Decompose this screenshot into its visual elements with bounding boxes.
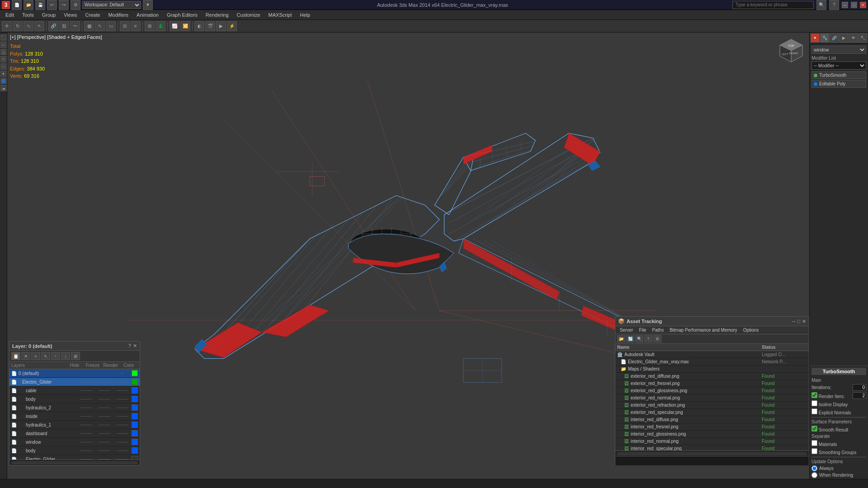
close-button[interactable]: ✕ [860, 2, 866, 8]
menu-graph-editors[interactable]: Graph Editors [163, 11, 201, 19]
restore-button[interactable]: □ [851, 2, 857, 8]
modifier-dropdown[interactable]: ─ Modifier ─ [811, 61, 866, 70]
align-tool[interactable]: ≡ [131, 21, 141, 31]
ts-materials-checkbox[interactable] [811, 440, 817, 446]
scale-tool[interactable]: ⤡ [24, 21, 33, 31]
asset-icon-btn1[interactable]: 📂 [617, 335, 625, 343]
link-tool[interactable]: 🔗 [48, 21, 58, 31]
layer-color[interactable] [132, 439, 138, 445]
lt-btn7[interactable]: 🌀 [0, 78, 7, 84]
layers-add-btn[interactable]: + [31, 352, 40, 360]
layers-scrollbar[interactable] [9, 460, 140, 465]
lt-btn8[interactable]: ☁ [0, 85, 7, 91]
asset-row[interactable]: 🏦 Autodesk Vault Logged O... [615, 351, 809, 358]
layer-row[interactable]: 📄 Electric_Glider ──── ──── ──── [9, 455, 140, 460]
layer-color[interactable] [132, 430, 138, 436]
layers-btn[interactable]: ⊞ [145, 21, 155, 31]
rotate-tool[interactable]: ↻ [13, 21, 23, 31]
menu-views[interactable]: Views [60, 11, 80, 19]
asset-row[interactable]: 🖼 interior_red_specular.png Found [615, 445, 809, 450]
menu-maxscript[interactable]: MAXScript [265, 11, 296, 19]
redo-btn[interactable]: ↪ [59, 0, 69, 10]
select-object[interactable]: ↖ [95, 21, 105, 31]
asset-row[interactable]: 🖼 interior_red_glossiness.png Found [615, 431, 809, 438]
help-btn[interactable]: ? [829, 0, 839, 10]
menu-create[interactable]: Create [81, 11, 104, 19]
hierarchy-tab-icon[interactable]: 🔗 [830, 33, 839, 42]
layer-row[interactable]: 📄 body ──── ──── ──── [9, 446, 140, 455]
new-btn[interactable]: 📄 [12, 0, 22, 10]
layer-row[interactable]: 📄 inside ──── ──── ──── [9, 412, 140, 421]
asset-row[interactable]: 🖼 exterior_red_fresnel.png Found [615, 380, 809, 387]
render-setup[interactable]: 🎬 [205, 21, 215, 31]
asset-icon-btn2[interactable]: 🔃 [626, 335, 634, 343]
search-input[interactable] [732, 1, 814, 9]
motion-tab-icon[interactable]: ▶ [839, 33, 848, 42]
asset-menu-server[interactable]: Server [617, 327, 636, 333]
menu-animation[interactable]: Animation [133, 11, 162, 19]
menu-rendering[interactable]: Rendering [202, 11, 232, 19]
select-filter[interactable]: ▦ [84, 21, 94, 31]
layers-move-up-btn[interactable]: ↑ [51, 352, 60, 360]
menu-modifiers[interactable]: Modifiers [104, 11, 132, 19]
lt-btn6[interactable]: ✦ [0, 70, 7, 77]
layers-delete-btn[interactable]: ✕ [21, 352, 30, 360]
minimize-button[interactable]: ─ [842, 2, 848, 8]
save-btn[interactable]: 💾 [35, 0, 45, 10]
ts-smoothing-groups-checkbox[interactable] [811, 448, 817, 454]
menu-group[interactable]: Group [38, 11, 60, 19]
ts-explicit-checkbox[interactable] [811, 408, 817, 414]
layer-color[interactable] [132, 456, 138, 460]
modifier-editable-poly[interactable]: Editable Poly [811, 80, 866, 88]
layer-color[interactable] [132, 422, 138, 428]
select-tool[interactable]: ↖ [34, 21, 44, 31]
layer-color[interactable] [132, 387, 138, 394]
layer-color[interactable] [132, 396, 138, 402]
menu-edit[interactable]: Edit [2, 11, 18, 19]
settings-btn[interactable]: ⚙ [71, 0, 80, 10]
menu-customize[interactable]: Customize [233, 11, 264, 19]
layers-expand-btn[interactable]: ⊞ [71, 352, 80, 360]
modify-tab-icon[interactable]: 🔧 [820, 33, 829, 42]
asset-scrollbar[interactable] [615, 450, 809, 456]
layer-color[interactable] [132, 404, 138, 411]
mirror-tool[interactable]: ⊟ [120, 21, 130, 31]
workspace-dropdown[interactable]: Workspace: Default [82, 1, 141, 9]
asset-row[interactable]: 🖼 interior_red_diffuse.png Found [615, 416, 809, 423]
layers-scrollbar-track[interactable] [11, 461, 138, 464]
lt-btn1[interactable]: ⬛ [0, 34, 7, 41]
layer-row[interactable]: 📄 hydraulics_1 ──── ──── ──── [9, 421, 140, 429]
layer-row[interactable]: 📄 window ──── ──── ──── [9, 438, 140, 446]
ts-smooth-result-checkbox[interactable] [811, 426, 817, 432]
asset-row[interactable]: 📁 Maps / Shaders [615, 366, 809, 373]
layers-select-btn[interactable]: ↖ [41, 352, 50, 360]
layer-row[interactable]: 📄 cable ──── ──── ──── [9, 386, 140, 395]
asset-minimize-btn[interactable]: ─ [792, 319, 796, 324]
asset-row[interactable]: 🖼 exterior_red_specular.png Found [615, 409, 809, 416]
asset-row[interactable]: 🖼 exterior_red_glossiness.png Found [615, 387, 809, 394]
asset-path-input[interactable] [615, 456, 809, 465]
layer-row[interactable]: 📄 body ──── ──── ──── [9, 395, 140, 404]
display-tab-icon[interactable]: 👁 [849, 33, 858, 42]
undo-btn[interactable]: ↩ [47, 0, 57, 10]
asset-menu-paths[interactable]: Paths [650, 327, 667, 333]
scene-explorer[interactable]: 🌲 [156, 21, 165, 31]
layer-color[interactable] [132, 447, 138, 454]
asset-row[interactable]: 🖼 exterior_red_refraction.png Found [615, 402, 809, 409]
asset-row[interactable]: 🖼 interior_red_normal.png Found [615, 438, 809, 445]
curve-editor[interactable]: 📈 [170, 21, 179, 31]
ts-iterations-input[interactable] [853, 384, 866, 391]
layer-row[interactable]: 📄 hydraulics_2 ──── ──── ──── [9, 404, 140, 412]
move-tool[interactable]: ✛ [2, 21, 12, 31]
asset-restore-btn[interactable]: □ [797, 319, 800, 324]
utilities-tab-icon[interactable]: 🔨 [858, 33, 867, 42]
create-tab-icon[interactable]: ✦ [811, 33, 820, 42]
asset-row[interactable]: 🖼 exterior_red_normal.png Found [615, 394, 809, 402]
layers-help-btn[interactable]: ? [128, 343, 131, 349]
asset-icon-btn4[interactable]: ? [644, 335, 652, 343]
asset-scrollbar-track[interactable] [617, 452, 807, 455]
layers-close-btn[interactable]: ✕ [133, 343, 137, 349]
layer-color[interactable] [132, 413, 138, 419]
asset-close-btn[interactable]: ✕ [802, 319, 806, 324]
ws-dropdown-arrow[interactable]: ▼ [143, 0, 153, 10]
